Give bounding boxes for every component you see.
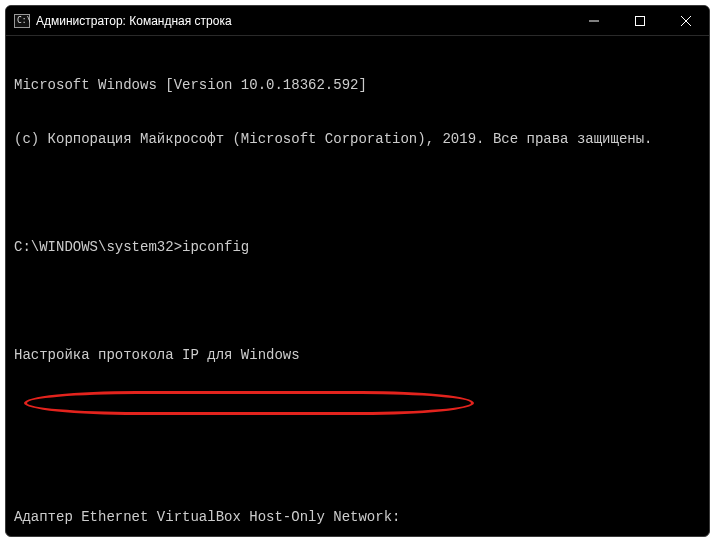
minimize-button[interactable] [571, 6, 617, 35]
title-left: C:\ Администратор: Командная строка [6, 13, 232, 29]
output-heading: Настройка протокола IP для Windows [14, 346, 701, 364]
output-blank [14, 184, 701, 202]
output-blank [14, 292, 701, 310]
terminal-content[interactable]: Microsoft Windows [Version 10.0.18362.59… [6, 36, 709, 537]
svg-rect-3 [636, 16, 645, 25]
svg-text:C:\: C:\ [17, 16, 30, 25]
output-line: Microsoft Windows [Version 10.0.18362.59… [14, 76, 701, 94]
maximize-button[interactable] [617, 6, 663, 35]
close-button[interactable] [663, 6, 709, 35]
output-line: (c) Корпорация Майкрософт (Microsoft Cor… [14, 130, 701, 148]
adapter-title: Адаптер Ethernet VirtualBox Host-Only Ne… [14, 508, 701, 526]
prompt-line: C:\WINDOWS\system32>ipconfig [14, 238, 701, 256]
cmd-icon: C:\ [14, 13, 30, 29]
output-blank [14, 400, 701, 418]
cmd-window: C:\ Администратор: Командная строка Micr… [5, 5, 710, 537]
window-controls [571, 6, 709, 35]
window-title: Администратор: Командная строка [36, 14, 232, 28]
titlebar: C:\ Администратор: Командная строка [6, 6, 709, 36]
output-blank [14, 454, 701, 472]
